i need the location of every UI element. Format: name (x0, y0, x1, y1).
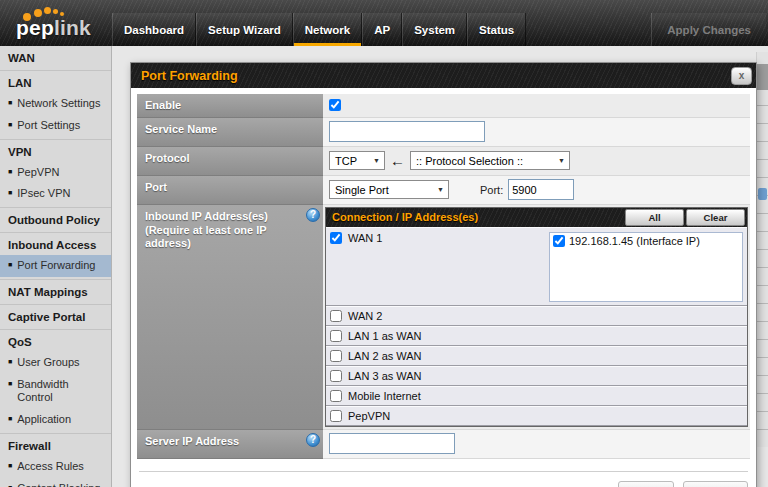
sidebar-item-label: Port Forwarding (17, 259, 95, 273)
sidebar-section: Inbound Access■Port Forwarding (0, 233, 111, 280)
connection-label: Mobile Internet (348, 390, 421, 402)
sidebar-header-wan[interactable]: WAN (0, 47, 111, 68)
sidebar-header-qos[interactable]: QoS (0, 331, 111, 352)
sidebar-item-label: Access Rules (17, 460, 84, 474)
sidebar-item-label: Network Settings (17, 97, 100, 111)
save-button[interactable]: Save (618, 481, 673, 487)
connection-checkbox[interactable] (330, 330, 342, 342)
square-bullet-icon: ■ (8, 187, 12, 199)
connection-checkbox[interactable] (330, 370, 342, 382)
sidebar-item-network-settings[interactable]: ■Network Settings (0, 93, 111, 115)
tab-setup-wizard[interactable]: Setup Wizard (196, 13, 293, 46)
logo-dot-icon (53, 9, 58, 14)
sidebar-section: NAT Mappings (0, 280, 111, 305)
service-name-input[interactable] (329, 121, 485, 142)
select-all-button[interactable]: All (625, 209, 684, 226)
connection-checkbox[interactable] (330, 350, 342, 362)
connection-checkbox[interactable] (330, 310, 342, 322)
logo-dot-icon (44, 7, 51, 14)
background-page-sliver (756, 52, 768, 447)
clear-button[interactable]: Clear (686, 209, 745, 226)
sidebar-item-ipsec-vpn[interactable]: ■IPsec VPN (0, 183, 111, 205)
sidebar-item-bandwidth-control[interactable]: ■Bandwidth Control (0, 374, 111, 410)
square-bullet-icon: ■ (8, 166, 12, 178)
help-icon[interactable]: ? (306, 208, 320, 222)
sidebar-item-application[interactable]: ■Application (0, 409, 111, 431)
port-field-label: Port: (480, 184, 503, 196)
sidebar-navigation: WANLAN■Network Settings■Port SettingsVPN… (0, 46, 112, 487)
service-name-label: Service Name (137, 118, 323, 147)
sidebar-item-content-blocking[interactable]: ■Content Blocking (0, 478, 111, 487)
port-row: Port Single Port ▼ Port: (137, 176, 750, 205)
sidebar-item-label: Application (17, 413, 71, 427)
background-icon-fragment (758, 188, 767, 200)
apply-changes-button[interactable]: Apply Changes (651, 13, 766, 46)
sidebar-item-label: Port Settings (17, 119, 80, 133)
sidebar-item-port-settings[interactable]: ■Port Settings (0, 115, 111, 137)
port-label: Port (137, 176, 323, 205)
connection-label: PepVPN (348, 410, 390, 422)
connection-ip-table: Connection / IP Address(es) All Clear WA… (325, 207, 748, 427)
server-ip-input[interactable] (329, 433, 455, 454)
connection-checkbox[interactable] (330, 232, 342, 244)
protocol-selection-select[interactable]: :: Protocol Selection :: ▼ (410, 151, 570, 170)
sidebar-header-firewall[interactable]: Firewall (0, 435, 111, 456)
sidebar-item-port-forwarding[interactable]: ■Port Forwarding (0, 255, 111, 277)
connection-label: LAN 3 as WAN (348, 370, 422, 382)
tab-dashboard[interactable]: Dashboard (112, 13, 196, 46)
dialog-title: Port Forwarding (141, 69, 238, 83)
sidebar-item-pepvpn[interactable]: ■PepVPN (0, 162, 111, 184)
port-number-input[interactable] (508, 179, 574, 200)
connection-list: WAN 1192.168.1.45 (Interface IP)WAN 2LAN… (326, 227, 747, 426)
protocol-select-value: TCP (335, 155, 357, 167)
caret-down-icon: ▼ (437, 186, 444, 193)
interface-ip-checkbox[interactable] (553, 235, 565, 247)
protocol-selection-value: :: Protocol Selection :: (416, 155, 523, 167)
inbound-ip-row: Inbound IP Address(es) (Require at least… (137, 205, 750, 430)
help-icon[interactable]: ? (306, 433, 320, 447)
square-bullet-icon: ■ (8, 259, 12, 271)
protocol-row: Protocol TCP ▼ ← :: Protocol Selection :… (137, 147, 750, 176)
sidebar-header-outbound-policy[interactable]: Outbound Policy (0, 209, 111, 230)
connection-checkbox[interactable] (330, 410, 342, 422)
sidebar-item-access-rules[interactable]: ■Access Rules (0, 456, 111, 478)
port-type-select[interactable]: Single Port ▼ (329, 180, 449, 199)
enable-checkbox[interactable] (329, 99, 341, 111)
connection-row-lan-1-as-wan: LAN 1 as WAN (326, 326, 747, 346)
square-bullet-icon: ■ (8, 97, 12, 109)
arrow-left-icon: ← (390, 153, 405, 168)
sidebar-item-label: PepVPN (17, 166, 59, 180)
sidebar-header-nat-mappings[interactable]: NAT Mappings (0, 281, 111, 302)
sidebar-section: Outbound Policy (0, 208, 111, 233)
top-nav-tabs: DashboardSetup WizardNetworkAPSystemStat… (112, 13, 526, 46)
protocol-select[interactable]: TCP ▼ (329, 151, 385, 170)
interface-ip-label: 192.168.1.45 (Interface IP) (569, 235, 700, 247)
square-bullet-icon: ■ (8, 356, 12, 368)
protocol-label: Protocol (137, 147, 323, 176)
connection-checkbox[interactable] (330, 390, 342, 402)
sidebar-header-vpn[interactable]: VPN (0, 141, 111, 162)
tab-system[interactable]: System (402, 13, 467, 46)
server-ip-row: Server IP Address ? (137, 430, 750, 459)
enable-label: Enable (137, 94, 323, 118)
tab-network[interactable]: Network (293, 13, 362, 46)
tab-ap[interactable]: AP (362, 13, 402, 46)
sidebar-header-lan[interactable]: LAN (0, 72, 111, 93)
connection-table-title: Connection / IP Address(es) (332, 211, 623, 223)
main-content-area: Port Forwarding x Enable Service Name Pr… (112, 46, 768, 487)
close-icon[interactable]: x (731, 67, 752, 85)
sidebar-section: VPN■PepVPN■IPsec VPN (0, 140, 111, 209)
sidebar-item-user-groups[interactable]: ■User Groups (0, 352, 111, 374)
square-bullet-icon: ■ (8, 413, 12, 425)
connection-row-wan-1: WAN 1192.168.1.45 (Interface IP) (326, 227, 747, 306)
cancel-button[interactable]: Cancel (683, 481, 748, 487)
square-bullet-icon: ■ (8, 482, 12, 487)
sidebar-item-label: IPsec VPN (17, 187, 70, 201)
tab-status[interactable]: Status (467, 13, 526, 46)
background-row-fragment (757, 64, 768, 90)
sidebar-section: Captive Portal (0, 305, 111, 330)
inbound-ip-label: Inbound IP Address(es) (Require at least… (137, 205, 323, 430)
sidebar-header-inbound-access[interactable]: Inbound Access (0, 234, 111, 255)
sidebar-header-captive-portal[interactable]: Captive Portal (0, 306, 111, 327)
peplink-logo[interactable]: peplink (13, 3, 109, 45)
